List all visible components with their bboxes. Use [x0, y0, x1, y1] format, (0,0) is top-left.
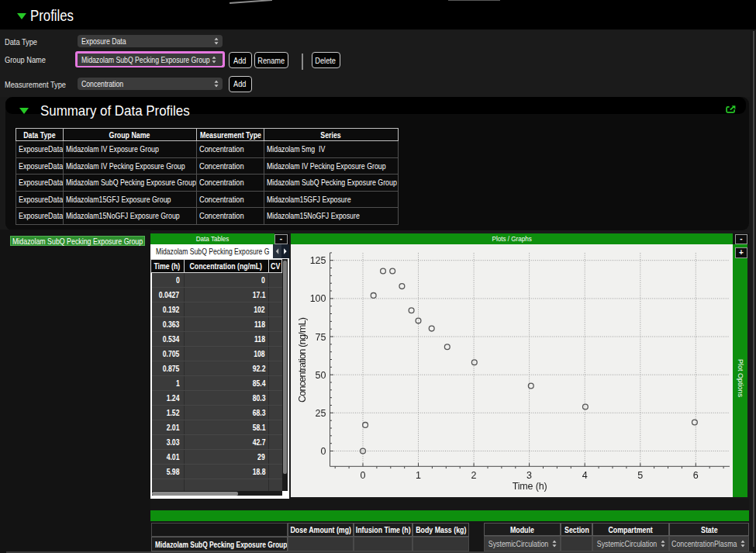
svg-text:Time (h): Time (h) — [513, 481, 547, 492]
svg-text:25: 25 — [316, 408, 326, 419]
svg-text:75: 75 — [316, 332, 326, 343]
svg-text:2: 2 — [471, 470, 477, 481]
svg-text:5: 5 — [637, 470, 643, 481]
svg-text:100: 100 — [310, 293, 326, 304]
svg-text:50: 50 — [316, 370, 326, 381]
svg-text:4: 4 — [582, 470, 588, 481]
svg-text:1: 1 — [416, 470, 421, 481]
svg-text:0: 0 — [321, 446, 326, 457]
svg-text:3: 3 — [526, 470, 532, 481]
svg-text:0: 0 — [361, 470, 366, 481]
svg-text:6: 6 — [693, 470, 699, 481]
svg-text:Concentration (ng/mL): Concentration (ng/mL) — [297, 317, 308, 403]
svg-text:125: 125 — [310, 255, 326, 266]
